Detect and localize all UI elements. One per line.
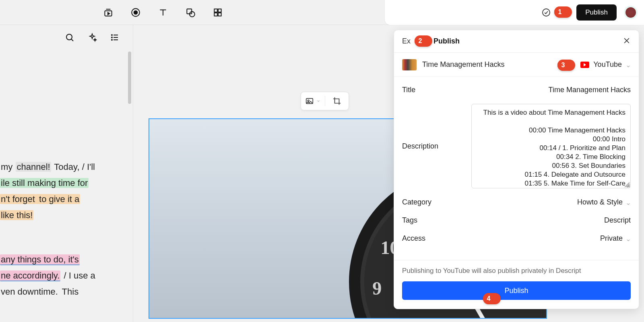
svg-point-13 <box>543 9 550 16</box>
project-name: Time Management Hacks <box>422 60 504 69</box>
svg-rect-11 <box>214 13 217 16</box>
field-description: Description This is a video about Time M… <box>402 99 631 193</box>
tags-input[interactable]: Descript <box>604 216 631 225</box>
transcript-word: any things to do, it's <box>0 254 80 265</box>
transcript-word: channel! <box>16 162 51 172</box>
svg-point-19 <box>111 35 112 35</box>
panel-publish-button[interactable]: Publish <box>402 281 631 300</box>
field-label: Description <box>402 142 471 151</box>
svg-point-8 <box>190 12 195 17</box>
field-category: Category Howto & Style <box>402 193 631 211</box>
check-circle-icon[interactable] <box>541 7 551 18</box>
chevron-down-icon <box>626 236 631 241</box>
transcript-word: / I use a <box>60 270 96 281</box>
video-queue-icon[interactable] <box>103 7 114 18</box>
field-tags: Tags Descript <box>402 211 631 229</box>
list-icon[interactable] <box>109 32 120 43</box>
field-access: Access Private <box>402 229 631 248</box>
text-icon[interactable] <box>157 7 169 18</box>
transcript-text: my channel! Today, / I'll ile still maki… <box>0 159 101 300</box>
vertical-divider <box>133 25 133 322</box>
shape-icon[interactable] <box>185 7 196 18</box>
marker-number: 2 <box>415 35 426 47</box>
transcript-word: like this! <box>0 210 33 220</box>
marker-number: 4 <box>483 293 494 304</box>
field-value: Howto & Style <box>577 198 623 206</box>
search-icon[interactable] <box>64 32 75 43</box>
footer-note: Publishing to YouTube will also publish … <box>402 267 631 275</box>
publish-button[interactable]: Publish <box>576 4 617 21</box>
platform-select[interactable]: YouTube <box>580 60 631 69</box>
field-label: Tags <box>402 216 471 225</box>
description-textarea[interactable]: This is a video about Time Management Ha… <box>471 104 631 188</box>
layout-grid-icon[interactable] <box>212 7 223 18</box>
transcript-word: Today, / I'll <box>51 162 96 172</box>
crop-button[interactable] <box>325 97 349 105</box>
project-row: Time Management Hacks YouTube <box>394 53 639 77</box>
field-value: Private <box>600 234 623 243</box>
transcript-word: my <box>0 162 16 172</box>
access-select[interactable]: Private <box>600 234 631 243</box>
field-label: Title <box>402 86 471 94</box>
svg-marker-1 <box>108 12 109 14</box>
header-right: Publish <box>385 0 644 25</box>
image-toolbar <box>301 92 349 110</box>
svg-rect-10 <box>218 9 221 12</box>
svg-point-14 <box>66 34 72 40</box>
description-text: This is a video about Time Management Ha… <box>483 109 625 188</box>
annotation-marker-1: 1 <box>554 6 572 18</box>
field-title: Title Time Management Hacks <box>402 81 631 99</box>
image-options-button[interactable] <box>301 97 325 105</box>
chevron-down-icon <box>626 200 631 205</box>
field-value[interactable]: Time Management Hacks <box>549 86 631 94</box>
transcript-word: ile still making time for <box>0 178 89 188</box>
panel-back-label: Ex <box>402 37 411 45</box>
publish-panel: Ex Publish Time Management Hacks YouTube… <box>394 30 639 309</box>
transcript-word: ven downtime. <box>0 287 59 297</box>
annotation-marker-2: 2 <box>415 35 432 47</box>
left-tools <box>64 32 120 43</box>
transcript-word: to give it a <box>36 194 80 204</box>
field-label: Access <box>402 234 471 243</box>
svg-rect-7 <box>187 9 192 14</box>
svg-rect-12 <box>218 13 221 16</box>
svg-point-21 <box>111 39 112 40</box>
platform-label: YouTube <box>593 60 622 69</box>
svg-rect-9 <box>214 9 217 12</box>
field-label: Category <box>402 198 471 206</box>
panel-footer: Publishing to YouTube will also publish … <box>394 260 639 309</box>
marker-number: 1 <box>554 6 566 18</box>
close-icon[interactable] <box>623 37 631 46</box>
chevron-down-icon <box>626 62 631 67</box>
transcript-word: ne accordingly. <box>0 270 60 281</box>
record-icon[interactable] <box>130 7 141 18</box>
transcript-word: This <box>59 287 79 297</box>
youtube-icon <box>580 62 589 68</box>
avatar[interactable] <box>624 6 638 19</box>
category-select[interactable]: Howto & Style <box>577 198 631 206</box>
svg-point-23 <box>308 100 310 101</box>
marker-number: 3 <box>557 60 569 71</box>
svg-point-20 <box>111 37 112 38</box>
svg-point-4 <box>134 11 138 14</box>
sparkle-icon[interactable] <box>87 32 97 43</box>
scroll-thumb[interactable] <box>128 52 131 104</box>
svg-line-15 <box>71 39 73 41</box>
project-thumbnail <box>402 59 417 70</box>
annotation-marker-3: 3 <box>557 60 575 71</box>
transcript-word: n't forget <box>0 194 36 204</box>
annotation-marker-4: 4 <box>483 293 501 304</box>
panel-title: Publish <box>433 37 460 45</box>
resize-grip-icon[interactable] <box>624 182 630 187</box>
publish-fields: Title Time Management Hacks Description … <box>394 77 639 248</box>
